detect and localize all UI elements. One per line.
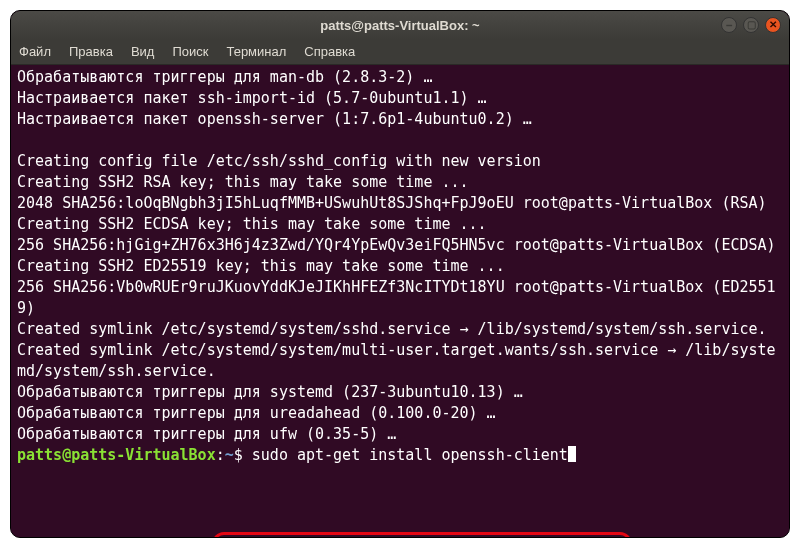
minimize-button[interactable]: ‒	[721, 17, 737, 33]
line: 256 SHA256:Vb0wRUEr9ruJKuovYddKJeJIKhHFE…	[17, 278, 776, 317]
prompt-dollar: $	[234, 446, 252, 464]
menu-edit[interactable]: Правка	[69, 44, 113, 59]
menubar: Файл Правка Вид Поиск Терминал Справка	[11, 39, 789, 65]
maximize-button[interactable]: ▢	[743, 17, 759, 33]
line: Creating config file /etc/ssh/sshd_confi…	[17, 152, 541, 170]
line: Настраивается пакет ssh-import-id (5.7-0…	[17, 89, 487, 107]
menu-search[interactable]: Поиск	[172, 44, 208, 59]
prompt-line[interactable]: patts@patts-VirtualBox:~$ sudo apt-get i…	[17, 446, 576, 464]
line: Обрабатываются триггеры для man-db (2.8.…	[17, 68, 432, 86]
line: Created symlink /etc/systemd/system/mult…	[17, 341, 776, 380]
line: 256 SHA256:hjGig+ZH76x3H6j4z3Zwd/YQr4YpE…	[17, 236, 776, 254]
terminal-output[interactable]: Обрабатываются триггеры для man-db (2.8.…	[11, 65, 789, 537]
prompt-colon: :	[216, 446, 225, 464]
menu-terminal[interactable]: Терминал	[226, 44, 286, 59]
line: Обрабатываются триггеры для ufw (0.35-5)…	[17, 425, 396, 443]
annotation-highlight	[212, 532, 632, 538]
prompt-command: sudo apt-get install openssh-client	[252, 446, 568, 464]
line: Обрабатываются триггеры для systemd (237…	[17, 383, 523, 401]
line: Обрабатываются триггеры для ureadahead (…	[17, 404, 496, 422]
close-button[interactable]: ✕	[765, 17, 781, 33]
line: 2048 SHA256:loOqBNgbh3jI5hLuqfMMB+USwuhU…	[17, 194, 767, 212]
titlebar: patts@patts-VirtualBox: ~ ‒ ▢ ✕	[11, 11, 789, 39]
line: Creating SSH2 RSA key; this may take som…	[17, 173, 469, 191]
menu-file[interactable]: Файл	[19, 44, 51, 59]
line: Creating SSH2 ECDSA key; this may take s…	[17, 215, 487, 233]
line: Created symlink /etc/systemd/system/sshd…	[17, 320, 767, 338]
terminal-window: patts@patts-VirtualBox: ~ ‒ ▢ ✕ Файл Пра…	[10, 10, 790, 538]
line: Creating SSH2 ED25519 key; this may take…	[17, 257, 505, 275]
line: Настраивается пакет openssh-server (1:7.…	[17, 110, 532, 128]
prompt-path: ~	[225, 446, 234, 464]
window-title: patts@patts-VirtualBox: ~	[320, 18, 479, 33]
cursor-icon	[568, 446, 576, 462]
menu-view[interactable]: Вид	[131, 44, 155, 59]
window-controls: ‒ ▢ ✕	[721, 17, 781, 33]
prompt-user-host: patts@patts-VirtualBox	[17, 446, 216, 464]
menu-help[interactable]: Справка	[304, 44, 355, 59]
